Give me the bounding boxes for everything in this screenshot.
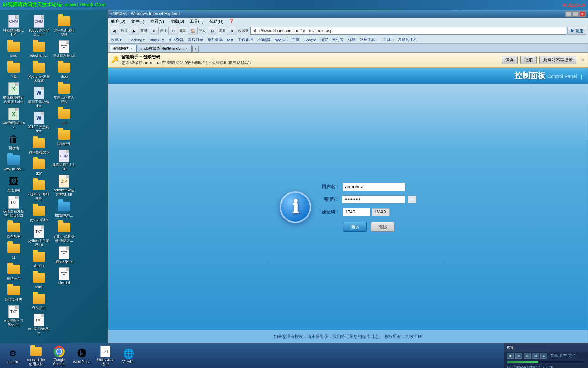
desktop-icon-niubo[interactable]: www.niubo...	[1, 152, 26, 173]
desktop-icon-peixun[interactable]: TXT 培训课程绍.txt	[52, 39, 76, 59]
bookmark-sendphone[interactable]: 发送到手机	[397, 37, 419, 43]
desktop-icon-1[interactable]: CHM 神器体验版.CHM	[1, 14, 26, 38]
ctrl-btn-2[interactable]: ◫	[515, 353, 522, 359]
desktop-icon-pdf[interactable]: pdf	[52, 106, 76, 127]
desktop-icon-huanke[interactable]: CHM 换客资源1.1.1.CH	[52, 148, 76, 173]
desktop-icon-yuanchuang[interactable]: 原创教材	[1, 220, 26, 240]
taskbar-icon-testexe[interactable]: ⚙ test.exe	[3, 346, 23, 366]
menu-file[interactable]: 文件(F)	[130, 18, 146, 25]
bookmark-taobao[interactable]: 淘宝	[319, 37, 329, 43]
favorites-button[interactable]: ★	[227, 27, 237, 35]
desktop-icon-t00ls[interactable]: CHM T00LS论坛华集.chm	[27, 14, 51, 38]
desktop-icon-pythondaima[interactable]: python代码	[27, 203, 51, 223]
tab-close-2[interactable]: ✕	[185, 47, 188, 50]
desktop-icon-cppxuexi[interactable]: TXT c++学习笔记.txt	[27, 312, 51, 337]
taskbar-icon-newtxt[interactable]: TXT 新建文本文档.txt	[95, 344, 115, 368]
stop-button[interactable]: ✕	[149, 27, 159, 35]
menu-account[interactable]: 账户(U)	[110, 18, 127, 25]
bookmark-favorites[interactable]: 收藏 ▾	[110, 37, 123, 43]
bookmark-hao123[interactable]: hao123	[273, 38, 289, 42]
desktop-icon-2013work[interactable]: W 2013工作总结.doc	[27, 110, 51, 135]
confirm-button[interactable]: 确认	[343, 222, 367, 232]
bookmark-gongyao[interactable]: 工作要求	[236, 37, 254, 43]
desktop-icon-shelltxt[interactable]: TXT shell.txt	[52, 266, 76, 286]
desktop-icon-newdir[interactable]: 新建文件夹	[1, 283, 26, 303]
desktop-icon-cobaltzip[interactable]: ZIP cobaltstrike使用教材.zip	[52, 173, 76, 198]
close-button[interactable]: ✕	[579, 11, 586, 17]
desktop-icon-excel2[interactable]: X 李感谢别表.xlsx	[1, 106, 26, 131]
bookmark-google[interactable]: Google	[302, 38, 317, 42]
bookmark-youku[interactable]: 优酷	[346, 37, 357, 43]
cancel-password-button[interactable]: 取消	[520, 56, 537, 64]
ctrl-btn-3[interactable]: ⊞	[524, 353, 531, 359]
bookmark-zaluan[interactable]: 杂乱收集	[206, 37, 224, 43]
desktop-icon-xiaodixr[interactable]: xiaodi.r	[27, 249, 51, 270]
bookmark-jiaochengmulu[interactable]: 教程目录	[187, 37, 205, 43]
bookmark-hacking[interactable]: Hacking t	[127, 38, 146, 42]
desktop-icon-shell[interactable]: shell	[27, 270, 51, 291]
desktop-icon-anjianpicker[interactable]: 按键精灵	[52, 127, 76, 148]
desktop-icon-jingqi[interactable]: 近期台式机备份-快捷方...	[52, 220, 76, 244]
menu-view[interactable]: 查看(V)	[149, 18, 166, 25]
bookmark-zhifubao[interactable]: 支付宝	[331, 37, 345, 43]
forward-button[interactable]: ▶	[129, 27, 139, 35]
password-bar-close-icon[interactable]: ✕	[581, 57, 585, 63]
desktop-icon-beidou[interactable]: 北斗培训课程安排	[52, 14, 76, 38]
desktop-icon-excel1[interactable]: X 腾讯微博前百名数据1.xlsx	[1, 81, 26, 105]
save-password-button[interactable]: 保存	[502, 56, 518, 64]
desktop-icon-niandugongzuo[interactable]: 年度工作查人报告	[52, 81, 76, 105]
new-tab-button[interactable]: +	[192, 46, 199, 52]
bookmark-xiaodi[interactable]: 小迪||博	[256, 37, 272, 43]
desktop-icon-php[interactable]: TXT php挖掘学习笔记.txt	[1, 304, 26, 328]
show-password-button[interactable]: ···	[408, 196, 416, 203]
desktop-icon-daimashenzhi[interactable]: 代码审计资料整理	[27, 178, 51, 202]
address-bar[interactable]: http://www.tlhanshan.com/admin/Login.asp	[250, 27, 566, 35]
desktop-icon-xiaodi[interactable]: xiaodifank...	[27, 39, 51, 59]
desktop-icon-recycle[interactable]: 🗑 回收站	[1, 131, 26, 152]
menu-favorites[interactable]: 收藏(O)	[168, 18, 186, 25]
back-button[interactable]: ◀	[110, 27, 119, 35]
ctrl-btn-4[interactable]: ⊡	[532, 353, 539, 359]
bookmark-jishuzaluan[interactable]: 技术杂乱	[167, 37, 185, 43]
password-input[interactable]	[342, 195, 405, 204]
username-input[interactable]	[343, 183, 406, 191]
desktop-icon-kechengdagang[interactable]: TXT 课程大纲.txt	[52, 245, 76, 265]
desktop-icon-aodi[interactable]: 🖼 奥迪.jpg	[1, 173, 26, 194]
bookmark-tools[interactable]: 工具 »	[382, 37, 395, 43]
taskbar-icon-chrome[interactable]: Google Chrome	[49, 344, 69, 368]
desktop-icon-sms[interactable]: sms	[1, 39, 26, 59]
desktop-icon-gov[interactable]: gov	[27, 157, 51, 177]
menu-help-icon[interactable]: ❓	[227, 18, 236, 25]
restore-button[interactable]: ⊡	[208, 27, 217, 35]
desktop-icon-httpwww[interactable]: httpwww.l...	[52, 199, 76, 219]
bookmark-stationtools[interactable]: 站长工具 »	[358, 37, 380, 43]
desktop-icon-hezuozhaosheng[interactable]: 合作招生	[27, 291, 51, 312]
go-button[interactable]: ▶ 高速	[567, 27, 586, 35]
maximize-button[interactable]: □	[572, 11, 579, 17]
tab-denglu[interactable]: 登陆网站 ✕	[110, 45, 137, 52]
desktop-icon-pythonxuexi[interactable]: TXT python学习笔记.txt	[27, 224, 51, 248]
tab-md5[interactable]: md5在线查询破解.md5... ✕	[138, 45, 192, 52]
desktop-icon-zuixingongzuo[interactable]: W 最新工作总结.doc	[27, 85, 51, 110]
desktop-icon-yuyanjianwai[interactable]: TXT 易语言在外挂学习笔记.txt	[1, 195, 26, 219]
ctrl-btn-5[interactable]: ⊟	[540, 353, 547, 359]
bookmark-0day[interactable]: 0day&Ex	[147, 38, 166, 42]
refresh-button[interactable]: ↻	[168, 27, 178, 35]
home-button[interactable]: 🏠	[188, 27, 198, 35]
menu-help[interactable]: 帮助(H)	[208, 18, 225, 25]
taskbar-icon-viewurl[interactable]: 🌐 ViewUrl	[118, 346, 139, 366]
desktop-icon-dike[interactable]: 迪科模拟pptx	[27, 136, 51, 156]
desktop-icon-python[interactable]: [Python开发技术详解	[27, 60, 51, 84]
desktop-icon-shop[interactable]: shop	[52, 60, 76, 80]
bookmark-test[interactable]: test	[226, 38, 235, 42]
tab-close-1[interactable]: ✕	[130, 47, 133, 50]
taskbar-icon-wordpress[interactable]: 🅦 WordPres...	[72, 346, 92, 366]
never-save-button[interactable]: 此网站不再提示	[539, 56, 576, 64]
ctrl-btn-1[interactable]: ▣	[507, 353, 514, 359]
desktop-icon-download[interactable]: 下载	[1, 60, 26, 80]
menu-tools[interactable]: 工具(T)	[188, 18, 205, 25]
clear-button[interactable]: 清除	[371, 222, 395, 232]
bookmark-baidu[interactable]: 百度	[290, 37, 301, 43]
desktop-icon-11[interactable]: 11	[1, 241, 26, 261]
desktop-icon-duanxin[interactable]: 短信平台	[1, 262, 26, 282]
